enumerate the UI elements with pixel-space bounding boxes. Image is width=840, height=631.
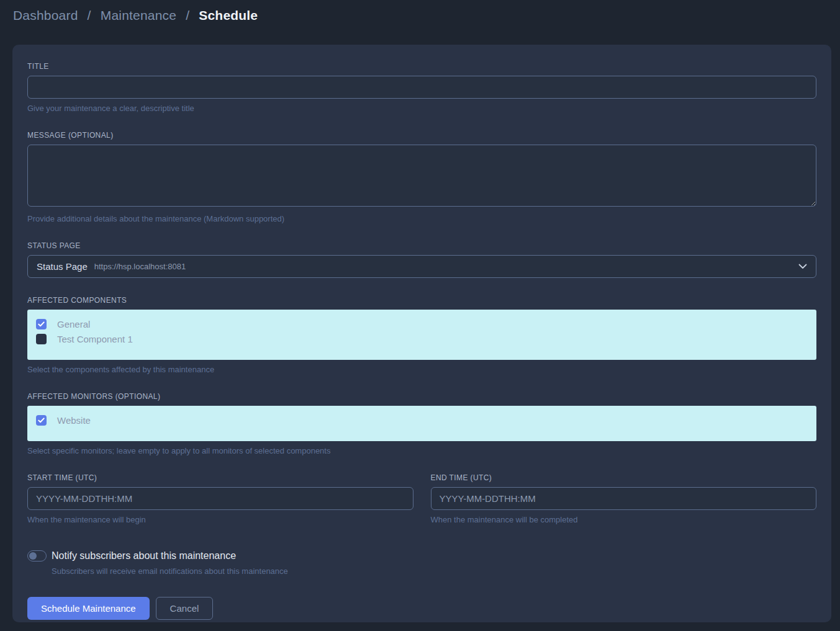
- component-option-test-component-1[interactable]: Test Component 1: [36, 331, 816, 346]
- status-page-selected-name: Status Page: [37, 261, 88, 272]
- affected-monitors-helper: Select specific monitors; leave empty to…: [27, 446, 816, 455]
- notify-subscribers-toggle[interactable]: [27, 550, 47, 562]
- title-input[interactable]: [27, 76, 816, 99]
- affected-monitors-label: AFFECTED MONITORS (OPTIONAL): [27, 392, 816, 401]
- chevron-down-icon: [798, 264, 807, 269]
- affected-monitors-section: AFFECTED MONITORS (OPTIONAL) Website Sel…: [27, 392, 816, 455]
- schedule-maintenance-button[interactable]: Schedule Maintenance: [27, 597, 150, 620]
- breadcrumb-separator: /: [88, 8, 91, 22]
- monitor-option-website[interactable]: Website: [36, 413, 816, 427]
- notify-section: Notify subscribers about this maintenanc…: [27, 550, 816, 576]
- end-time-input[interactable]: [431, 487, 817, 510]
- breadcrumb-maintenance[interactable]: Maintenance: [101, 8, 176, 22]
- toggle-knob-icon: [29, 552, 37, 560]
- end-time-label: END TIME (UTC): [431, 473, 817, 482]
- checkbox-icon[interactable]: [36, 415, 47, 426]
- schedule-maintenance-form-card: TITLE Give your maintenance a clear, des…: [12, 45, 831, 622]
- start-time-field: START TIME (UTC) When the maintenance wi…: [27, 473, 413, 524]
- component-option-label: Test Component 1: [57, 334, 133, 344]
- end-time-field: END TIME (UTC) When the maintenance will…: [431, 473, 817, 524]
- component-option-general[interactable]: General: [36, 316, 816, 331]
- breadcrumb-separator: /: [186, 8, 189, 22]
- message-textarea[interactable]: [27, 145, 816, 207]
- start-time-helper: When the maintenance will begin: [27, 515, 413, 524]
- form-actions: Schedule Maintenance Cancel: [27, 597, 816, 620]
- status-page-label: STATUS PAGE: [27, 241, 816, 250]
- checkbox-icon[interactable]: [36, 334, 47, 344]
- breadcrumb: Dashboard / Maintenance / Schedule: [13, 8, 840, 23]
- monitor-option-label: Website: [57, 415, 91, 426]
- checkbox-icon[interactable]: [36, 319, 47, 329]
- affected-components-listbox[interactable]: General Test Component 1: [27, 310, 816, 360]
- affected-components-section: AFFECTED COMPONENTS General Test Compone…: [27, 296, 816, 374]
- start-time-label: START TIME (UTC): [27, 473, 413, 482]
- breadcrumb-dashboard[interactable]: Dashboard: [13, 8, 78, 22]
- affected-components-label: AFFECTED COMPONENTS: [27, 296, 816, 305]
- message-section: MESSAGE (OPTIONAL) Provide additional de…: [27, 131, 816, 223]
- message-label: MESSAGE (OPTIONAL): [27, 131, 816, 140]
- status-page-select[interactable]: Status Page https://hsp.localhost:8081: [27, 255, 816, 278]
- notify-subscribers-helper: Subscribers will receive email notificat…: [52, 566, 816, 576]
- message-helper: Provide additional details about the mai…: [27, 214, 816, 223]
- affected-monitors-listbox[interactable]: Website: [27, 406, 816, 441]
- title-helper: Give your maintenance a clear, descripti…: [27, 104, 816, 113]
- cancel-button[interactable]: Cancel: [156, 597, 214, 620]
- time-section: START TIME (UTC) When the maintenance wi…: [27, 473, 816, 524]
- end-time-helper: When the maintenance will be completed: [431, 515, 817, 524]
- status-page-selected-url: https://hsp.localhost:8081: [94, 262, 186, 271]
- title-label: TITLE: [27, 62, 816, 71]
- component-option-label: General: [57, 319, 90, 329]
- start-time-input[interactable]: [27, 487, 413, 510]
- page-title: Schedule: [199, 8, 258, 22]
- top-bar: Dashboard / Maintenance / Schedule: [0, 0, 840, 32]
- affected-components-helper: Select the components affected by this m…: [27, 365, 816, 374]
- title-section: TITLE Give your maintenance a clear, des…: [27, 62, 816, 113]
- status-page-section: STATUS PAGE Status Page https://hsp.loca…: [27, 241, 816, 278]
- notify-subscribers-label: Notify subscribers about this maintenanc…: [52, 550, 236, 562]
